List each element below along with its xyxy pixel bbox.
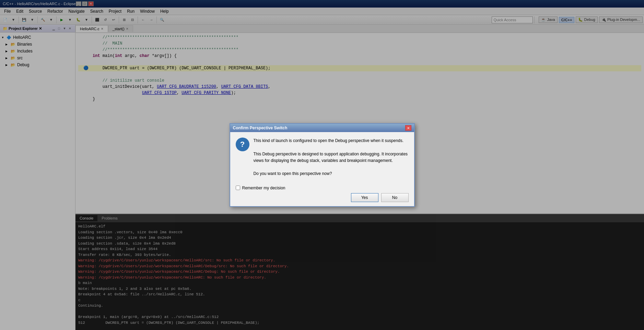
dialog-close-button[interactable]: ✕ xyxy=(405,125,411,131)
dialog-buttons: Yes No xyxy=(236,193,409,202)
no-button[interactable]: No xyxy=(381,193,409,202)
remember-decision-label[interactable]: Remember my decision xyxy=(242,186,285,190)
confirm-perspective-dialog: Confirm Perspective Switch ✕ ? This kind… xyxy=(230,123,415,207)
dialog-message-3: Do you want to open this perspective now… xyxy=(254,170,409,177)
remember-decision-checkbox[interactable] xyxy=(236,186,240,190)
dialog-text: This kind of launch is configured to ope… xyxy=(254,138,409,177)
dialog-question-icon: ? xyxy=(236,138,249,151)
dialog-footer: Remember my decision Yes No xyxy=(230,183,414,206)
dialog-body: ? This kind of launch is configured to o… xyxy=(230,132,414,182)
dialog-icon-symbol: ? xyxy=(240,140,245,149)
dialog-message-2: This Debug perspective is designed to su… xyxy=(254,151,409,164)
dialog-message-1: This kind of launch is configured to ope… xyxy=(254,138,409,144)
dialog-title-text: Confirm Perspective Switch xyxy=(233,126,288,130)
yes-button[interactable]: Yes xyxy=(351,193,378,202)
dialog-overlay: Confirm Perspective Switch ✕ ? This kind… xyxy=(0,0,644,330)
dialog-icon-area: ? xyxy=(236,138,249,177)
dialog-title-bar: Confirm Perspective Switch ✕ xyxy=(230,124,414,132)
dialog-checkbox-row: Remember my decision xyxy=(236,186,409,190)
